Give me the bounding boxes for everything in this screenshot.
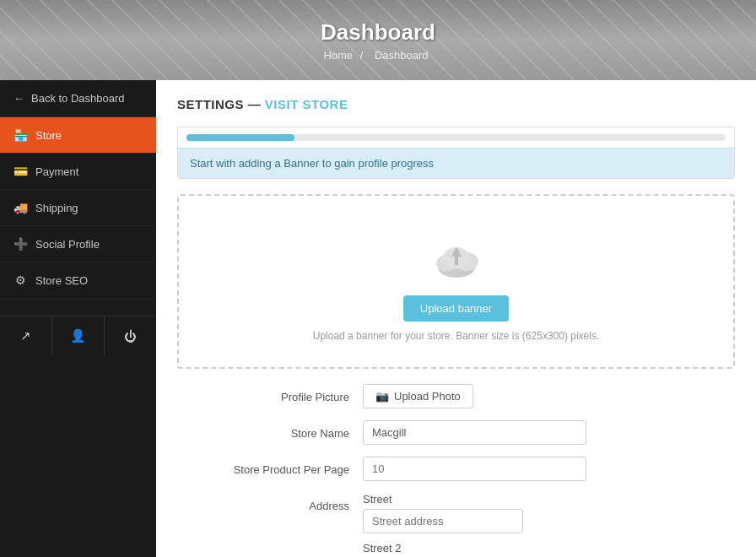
banner-upload-area: Upload banner Upload a banner for your s… xyxy=(177,194,735,369)
sidebar-export-button[interactable]: ↗ xyxy=(0,316,52,355)
sidebar-item-social-profile[interactable]: ➕ Social Profile xyxy=(0,226,156,262)
payment-icon: 💳 xyxy=(14,165,27,178)
breadcrumb-separator: / xyxy=(360,49,364,62)
settings-title: SETTINGS — xyxy=(177,97,261,111)
seo-icon: ⚙ xyxy=(14,273,27,287)
sidebar-power-button[interactable]: ⏻ xyxy=(105,316,156,355)
store-name-label: Store Name xyxy=(177,420,363,440)
store-name-row: Store Name xyxy=(177,420,735,445)
street-label: Street xyxy=(363,493,735,506)
upload-cloud-icon xyxy=(431,238,482,284)
header: Dashboard Home / Dashboard xyxy=(0,0,756,80)
sidebar-user-button[interactable]: 👤 xyxy=(52,316,105,355)
sidebar: ← Back to Dashboard 🏪 Store 💳 Payment 🚚 … xyxy=(0,80,156,557)
sidebar-shipping-label: Shipping xyxy=(35,202,78,214)
main-container: ← Back to Dashboard 🏪 Store 💳 Payment 🚚 … xyxy=(0,80,756,557)
content-area: SETTINGS — VISIT STORE Start with adding… xyxy=(156,80,756,557)
back-to-dashboard-button[interactable]: ← Back to Dashboard xyxy=(0,80,156,117)
sidebar-item-payment[interactable]: 💳 Payment xyxy=(0,154,156,190)
breadcrumb: Home / Dashboard xyxy=(323,49,432,62)
store-name-input[interactable] xyxy=(363,420,586,445)
progress-bar-outer xyxy=(186,134,726,141)
sidebar-store-label: Store xyxy=(35,129,62,142)
address-label: Address xyxy=(177,493,363,512)
address-row: Address Street Street 2 xyxy=(177,493,735,557)
camera-icon: 📷 xyxy=(375,390,389,403)
upload-banner-button[interactable]: Upload banner xyxy=(403,295,509,322)
back-arrow-icon: ← xyxy=(14,92,24,105)
progress-bar-inner xyxy=(186,134,294,141)
sidebar-social-label: Social Profile xyxy=(35,238,100,251)
sidebar-item-shipping[interactable]: 🚚 Shipping xyxy=(0,190,156,226)
settings-header: SETTINGS — VISIT STORE xyxy=(177,97,735,111)
store-product-per-page-label: Store Product Per Page xyxy=(177,457,363,476)
upload-photo-label: Upload Photo xyxy=(394,390,461,403)
street-input[interactable] xyxy=(363,509,523,533)
progress-container: Start with adding a Banner to gain profi… xyxy=(177,127,735,179)
visit-store-link[interactable]: VISIT STORE xyxy=(265,97,348,111)
profile-picture-row: Profile Picture 📷 Upload Photo xyxy=(177,384,735,408)
sidebar-bottom: ↗ 👤 ⏻ xyxy=(0,316,156,355)
breadcrumb-home[interactable]: Home xyxy=(323,49,353,62)
back-label: Back to Dashboard xyxy=(31,92,125,105)
street2-label: Street 2 xyxy=(363,542,735,554)
store-product-per-page-input[interactable] xyxy=(363,457,586,481)
sidebar-item-store[interactable]: 🏪 Store xyxy=(0,117,156,154)
sidebar-item-store-seo[interactable]: ⚙ Store SEO xyxy=(0,262,156,299)
store-icon: 🏪 xyxy=(14,128,27,142)
address-block: Street Street 2 xyxy=(363,493,735,557)
profile-picture-label: Profile Picture xyxy=(177,384,363,403)
power-icon: ⏻ xyxy=(124,329,137,343)
store-product-per-page-row: Store Product Per Page xyxy=(177,457,735,481)
sidebar-seo-label: Store SEO xyxy=(35,274,88,287)
page-title: Dashboard xyxy=(321,19,435,46)
banner-hint-text: Upload a banner for your store. Banner s… xyxy=(313,330,600,342)
svg-rect-5 xyxy=(455,257,458,265)
sidebar-payment-label: Payment xyxy=(35,165,78,178)
breadcrumb-current: Dashboard xyxy=(375,49,429,62)
social-icon: ➕ xyxy=(14,237,27,251)
shipping-icon: 🚚 xyxy=(14,201,27,214)
progress-hint: Start with adding a Banner to gain profi… xyxy=(178,148,734,178)
upload-photo-button[interactable]: 📷 Upload Photo xyxy=(363,384,473,408)
user-icon: 👤 xyxy=(70,328,86,343)
export-icon: ↗ xyxy=(20,328,31,343)
